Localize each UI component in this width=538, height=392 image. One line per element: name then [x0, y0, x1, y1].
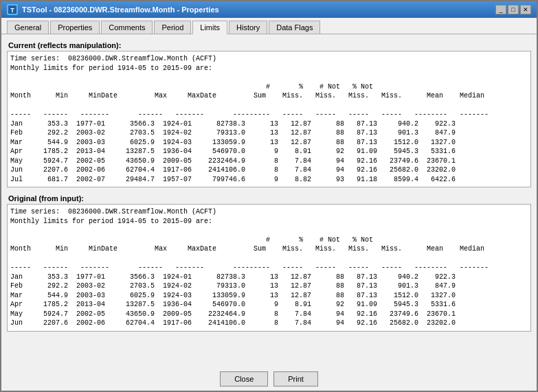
- maximize-button[interactable]: □: [508, 5, 519, 14]
- tab-comments[interactable]: Comments: [101, 21, 153, 34]
- original-panel: Time series: 08236000.DWR.Streamflow.Mon…: [7, 204, 531, 332]
- tab-limits[interactable]: Limits: [192, 21, 227, 34]
- original-data-content: Time series: 08236000.DWR.Streamflow.Mon…: [10, 207, 528, 328]
- current-data-content: Time series: 08236000.DWR.Streamflow.Mon…: [10, 54, 528, 184]
- close-button[interactable]: Close: [220, 371, 268, 387]
- close-button[interactable]: ✕: [520, 5, 531, 14]
- minimize-button[interactable]: _: [495, 5, 506, 14]
- current-panel-wrapper: Current (reflects manipulation): Time se…: [7, 40, 531, 187]
- tab-history[interactable]: History: [229, 21, 267, 34]
- print-button[interactable]: Print: [273, 371, 318, 387]
- main-content: Current (reflects manipulation): Time se…: [1, 34, 537, 367]
- svg-text:T: T: [10, 7, 14, 14]
- tab-general[interactable]: General: [7, 21, 49, 34]
- original-panel-label: Original (from input):: [7, 193, 531, 204]
- current-panel-label: Current (reflects manipulation):: [7, 40, 531, 51]
- app-icon: T: [7, 4, 18, 15]
- window-title: TSTool - 08236000.DWR.Streamflow.Month -…: [22, 5, 219, 14]
- footer: Close Print: [1, 367, 537, 391]
- tab-data-flags[interactable]: Data Flags: [269, 21, 320, 34]
- window-controls[interactable]: _ □ ✕: [495, 5, 531, 14]
- title-bar-left: T TSTool - 08236000.DWR.Streamflow.Month…: [7, 4, 219, 15]
- current-data-area[interactable]: Time series: 08236000.DWR.Streamflow.Mon…: [8, 51, 530, 187]
- tab-period[interactable]: Period: [154, 21, 191, 34]
- tab-properties[interactable]: Properties: [50, 21, 100, 34]
- current-panel: Time series: 08236000.DWR.Streamflow.Mon…: [7, 51, 531, 187]
- main-window: T TSTool - 08236000.DWR.Streamflow.Month…: [0, 0, 538, 392]
- tab-bar: General Properties Comments Period Limit…: [1, 18, 537, 34]
- original-panel-wrapper: Original (from input): Time series: 0823…: [7, 193, 531, 332]
- title-bar: T TSTool - 08236000.DWR.Streamflow.Month…: [1, 1, 537, 18]
- original-data-area[interactable]: Time series: 08236000.DWR.Streamflow.Mon…: [8, 205, 530, 331]
